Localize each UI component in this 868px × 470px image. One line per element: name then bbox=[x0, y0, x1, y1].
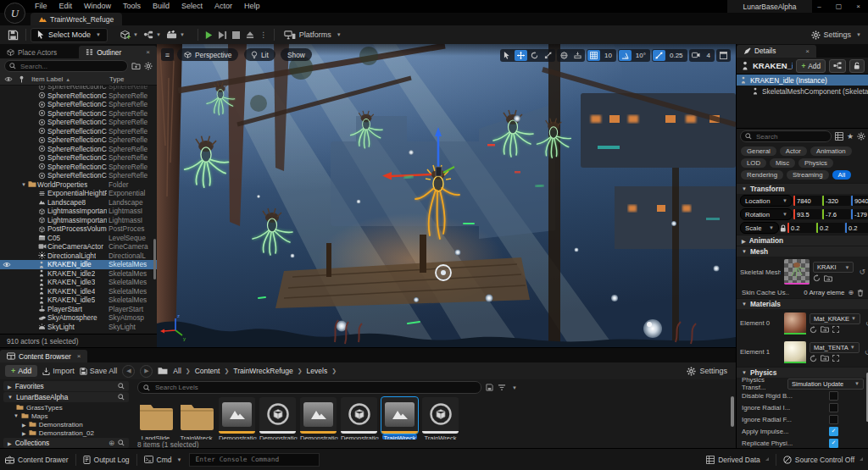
browse-to-asset-icon[interactable] bbox=[821, 326, 829, 333]
filter-chip-physics[interactable]: Physics bbox=[798, 158, 833, 168]
table-row[interactable]: SphereReflectionCaptSphereRefle bbox=[0, 109, 157, 119]
cb-forward-button[interactable]: ▶ bbox=[140, 365, 153, 378]
table-row[interactable]: SphereReflectionCaptSphereRefle bbox=[0, 135, 157, 145]
level-tab[interactable]: TrainWreck_Refuge bbox=[31, 13, 122, 25]
asset-tile[interactable]: TrainWreck bbox=[178, 397, 214, 440]
breadcrumb-segment[interactable]: TrainWreckRefuge bbox=[233, 367, 292, 375]
location-dropdown[interactable]: Location▼ bbox=[740, 195, 793, 207]
asset-tile[interactable]: Demonstration bbox=[300, 397, 337, 440]
component-tree-row[interactable]: SkeletalMeshComponent (SkeletalMes bbox=[737, 86, 868, 97]
scale-x-field[interactable]: 0.2 bbox=[787, 223, 815, 233]
table-row[interactable]: ExponentialHeightFogExponential bbox=[0, 189, 157, 198]
menu-help[interactable]: Help bbox=[238, 0, 266, 13]
grid-snap-toggle[interactable] bbox=[587, 50, 600, 61]
source-control-button[interactable]: Source Control Off bbox=[783, 456, 863, 464]
show-dropdown[interactable]: Show bbox=[281, 48, 312, 61]
add-component-button[interactable]: + Add bbox=[796, 59, 826, 73]
details-settings-gear-icon[interactable] bbox=[857, 132, 865, 141]
asset-tile[interactable]: LandSlide bbox=[137, 397, 174, 440]
asset-tile[interactable]: TrainWreck bbox=[422, 397, 459, 440]
filter-icon[interactable] bbox=[498, 384, 506, 391]
cmd-dropdown[interactable]: Cmd▼ bbox=[144, 456, 182, 464]
asset-tile[interactable]: TrainWreck bbox=[381, 397, 418, 440]
table-row[interactable]: SphereReflectionCaptSphereRefle bbox=[0, 100, 157, 109]
checkbox[interactable] bbox=[829, 415, 838, 424]
material-thumbnail[interactable] bbox=[784, 341, 806, 363]
maximize-viewport-button[interactable] bbox=[717, 50, 730, 61]
output-log-button[interactable]: Output Log bbox=[83, 456, 130, 464]
filter-chip-misc[interactable]: Misc bbox=[770, 158, 795, 168]
lock-details-button[interactable] bbox=[849, 59, 865, 73]
close-tab-icon[interactable]: × bbox=[77, 352, 81, 360]
rotation-x-field[interactable]: 93.5 bbox=[793, 209, 821, 219]
project-root-header[interactable]: ▼LunarBaseAlpha bbox=[3, 392, 129, 402]
grid-snap-value[interactable]: 10 bbox=[601, 52, 615, 59]
maximize-button[interactable]: ▢ bbox=[829, 0, 849, 12]
tab-details[interactable]: Details × bbox=[737, 45, 816, 58]
outliner-scrollbar[interactable] bbox=[153, 239, 156, 279]
rotation-dropdown[interactable]: Rotation▼ bbox=[740, 208, 793, 220]
cb-search[interactable] bbox=[137, 381, 481, 394]
world-coordinate-button[interactable] bbox=[558, 50, 570, 61]
menu-select[interactable]: Select bbox=[175, 0, 209, 13]
reset-icon[interactable]: ↺ bbox=[859, 268, 865, 276]
filter-chip-streaming[interactable]: Streaming bbox=[787, 170, 829, 180]
favorites-header[interactable]: ▶Favorites bbox=[3, 381, 129, 391]
section-animation[interactable]: ▶Animation bbox=[737, 235, 868, 246]
asset-tile[interactable]: Demonstration bbox=[259, 397, 296, 440]
lit-dropdown[interactable]: Lit bbox=[244, 48, 275, 61]
table-row[interactable]: SphereReflectionCaptSphereRefle bbox=[0, 171, 157, 180]
use-selected-icon[interactable] bbox=[813, 274, 821, 282]
asset-tile[interactable]: Demonstration bbox=[341, 397, 377, 440]
material-dropdown[interactable]: Mat_TENTA▼ bbox=[810, 342, 860, 353]
menu-file[interactable]: File bbox=[29, 0, 53, 13]
play-options-kebab[interactable]: ⋮ bbox=[257, 30, 270, 39]
table-row[interactable]: SphereReflectionCaptSphereRefle bbox=[0, 163, 157, 172]
table-row[interactable]: SphereReflectionCaptSphereRefle bbox=[0, 91, 157, 101]
platforms-dropdown[interactable]: Platforms▼ bbox=[284, 30, 342, 40]
table-row[interactable]: CineCameraActorCineCamera bbox=[0, 242, 157, 252]
scale-y-field[interactable]: 0.2 bbox=[816, 223, 844, 233]
location-z-field[interactable]: 9040 bbox=[851, 196, 868, 206]
outliner-search-input[interactable] bbox=[19, 62, 123, 71]
new-folder-icon[interactable] bbox=[131, 62, 141, 70]
location-x-field[interactable]: 7840 bbox=[793, 196, 821, 206]
rotate-tool-button[interactable] bbox=[528, 50, 541, 61]
folder-tree-item[interactable]: ▼Maps bbox=[3, 412, 129, 420]
cb-back-button[interactable]: ◀ bbox=[122, 365, 135, 378]
trash-icon[interactable] bbox=[857, 289, 864, 296]
material-thumbnail[interactable] bbox=[784, 312, 806, 335]
perspective-dropdown[interactable]: Perspective bbox=[177, 48, 238, 61]
table-row[interactable]: SkyAtmosphereSkyAtmosp bbox=[0, 313, 157, 323]
checkbox[interactable]: ✓ bbox=[829, 439, 838, 448]
expand-caret-icon[interactable]: ▼ bbox=[21, 182, 28, 187]
close-tab-icon[interactable]: × bbox=[805, 47, 810, 55]
frame-skip-button[interactable] bbox=[216, 30, 230, 40]
tab-content-browser[interactable]: Content Browser × bbox=[0, 350, 87, 362]
filter-chip-actor[interactable]: Actor bbox=[780, 147, 807, 156]
filter-chip-animation[interactable]: Animation bbox=[810, 147, 852, 156]
menu-build[interactable]: Build bbox=[147, 0, 175, 13]
breadcrumb-segment[interactable]: Levels bbox=[307, 367, 328, 375]
viewport-options-menu[interactable]: ≡ bbox=[161, 48, 174, 61]
material-dropdown[interactable]: Mat_KRAKE▼ bbox=[810, 313, 860, 324]
asset-tile[interactable]: Demonstration bbox=[219, 397, 255, 440]
unreal-logo-icon[interactable]: U bbox=[4, 3, 25, 24]
menu-actor[interactable]: Actor bbox=[209, 0, 238, 13]
favorites-star-icon[interactable]: ★ bbox=[847, 132, 854, 141]
add-array-element-icon[interactable]: ⊕ bbox=[848, 289, 854, 296]
save-button[interactable] bbox=[5, 30, 21, 41]
viewport[interactable]: z y ≡ Perspective Lit Show bbox=[157, 44, 736, 347]
rotation-z-field[interactable]: -179 bbox=[851, 209, 868, 219]
filter-chip-all[interactable]: All bbox=[832, 170, 852, 180]
table-row[interactable]: LightmassImportanceLightmassI bbox=[0, 216, 157, 225]
play-button[interactable] bbox=[203, 30, 216, 40]
filter-chip-rendering[interactable]: Rendering bbox=[741, 170, 783, 180]
table-row[interactable]: KRAKEN_idle5SkeletalMes bbox=[0, 296, 157, 305]
table-row[interactable]: SphereReflectionCaptSphereRefle bbox=[0, 153, 157, 163]
camera-speed-button[interactable] bbox=[690, 50, 703, 61]
edit-blueprint-button[interactable] bbox=[829, 59, 846, 73]
blueprints-button[interactable]: ▼ bbox=[141, 30, 164, 40]
outliner-column-header[interactable]: Item Label ▲ Type bbox=[0, 74, 157, 86]
checkbox[interactable]: ✓ bbox=[829, 427, 838, 436]
